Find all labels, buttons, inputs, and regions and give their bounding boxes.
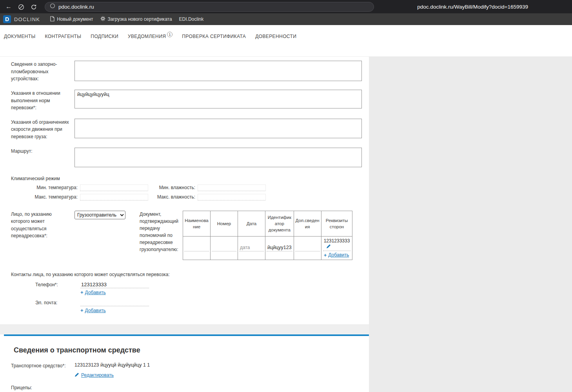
app-toolbar: D DOCLINK Новый документ Загрузка нового… — [0, 13, 572, 25]
doc-name-input[interactable] — [184, 244, 209, 251]
add-requisites-button[interactable]: + Добавить — [323, 251, 351, 258]
doc-identifier-input[interactable]: йцйцуу123 — [267, 244, 292, 251]
route-textarea[interactable] — [74, 148, 362, 167]
nav-item-documents[interactable]: ДОКУМЕНТЫ — [4, 34, 35, 39]
refresh-icon[interactable] — [30, 0, 38, 13]
column-header-identifier: Идентификатор документа — [265, 211, 294, 236]
add-phone-button[interactable]: + Добавить — [80, 290, 369, 295]
add-phone-label: Добавить — [85, 290, 106, 295]
sealing-devices-textarea[interactable] — [74, 61, 362, 81]
sealing-devices-label: Сведения о запорно-пломбировочных устрой… — [11, 61, 71, 83]
nav-item-contractors[interactable]: КОНТРАГЕНТЫ — [45, 34, 81, 39]
new-document-button[interactable]: Новый документ — [50, 16, 93, 23]
full-url-text: pdoc.doclink.ru/WayBill/Modify?docid=165… — [417, 4, 528, 10]
vehicle-label: Транспортное средство*: — [11, 362, 71, 369]
phone-label: Телефон*: — [35, 282, 76, 288]
edi-doclink-label: EDI.Doclink — [179, 16, 204, 22]
max-temperature-input[interactable] — [80, 194, 148, 201]
norms-instructions-label: Указания в отношении выполнения норм пер… — [11, 90, 71, 112]
speed-restrictions-label: Указания об ограничениях скорости движен… — [11, 119, 71, 141]
nav-item-notifications[interactable]: УВЕДОМЛЕНИЯ1 — [128, 34, 173, 40]
column-header-number: Номер — [211, 211, 238, 236]
add-email-label: Добавить — [85, 308, 106, 313]
transfer-document-label: Документ, подтверждающий передачу полном… — [140, 211, 180, 260]
edit-vehicle-label: Редактировать — [81, 372, 114, 378]
waybill-form: Сведения о запорно-пломбировочных устрой… — [0, 57, 369, 392]
pencil-icon — [74, 372, 79, 379]
site-permissions-icon[interactable] — [17, 0, 25, 13]
edi-doclink-link[interactable]: EDI.Doclink — [179, 16, 204, 22]
nav-item-powers-of-attorney[interactable]: ДОВЕРЕННОСТИ — [255, 34, 296, 39]
min-temperature-label: Мин. температура: — [11, 185, 78, 190]
doc-extra-info-input[interactable] — [295, 244, 320, 251]
notifications-count-badge: 1 — [167, 32, 173, 37]
climate-mode-title: Климатический режим — [11, 176, 369, 181]
email-label: Эл. почта: — [35, 300, 76, 306]
contacts-section-label: Контакты лица, по указанию которого може… — [11, 272, 369, 277]
section-separator — [0, 324, 369, 334]
phone-input[interactable] — [80, 281, 149, 288]
site-identity-icon — [50, 3, 55, 10]
add-email-button[interactable]: + Добавить — [80, 308, 369, 313]
nav-item-notifications-label: УВЕДОМЛЕНИЯ — [128, 34, 166, 39]
min-temperature-input[interactable] — [80, 184, 148, 191]
max-humidity-input[interactable] — [198, 194, 266, 201]
max-humidity-label: Макс. влажность: — [154, 194, 195, 200]
table-row: дата йцйцуу123 1231233333 — [183, 236, 352, 260]
doc-number-input[interactable] — [212, 244, 236, 251]
page-gutter — [369, 57, 572, 392]
trailers-label: Прицепы: — [11, 384, 71, 391]
plus-icon: + — [80, 308, 84, 313]
upload-certificate-button[interactable]: Загрузка нового сертификата — [100, 16, 172, 22]
upload-certificate-label: Загрузка нового сертификата — [108, 16, 172, 22]
document-icon — [50, 16, 54, 23]
vehicle-section-title: Сведения о транспортном средстве — [14, 346, 369, 354]
email-input[interactable] — [80, 299, 149, 306]
column-header-name: Наименование — [183, 211, 211, 236]
vehicle-value: 123123123 йцууцй йцуйуцйцу 1 1 — [74, 362, 150, 368]
gear-icon — [100, 16, 105, 22]
redirect-person-label: Лицо, по указанию которого может осущест… — [11, 211, 71, 260]
vehicle-info-panel: Сведения о транспортном средстве Транспо… — [0, 336, 369, 392]
plus-icon: + — [324, 253, 327, 258]
redirect-person-select[interactable]: Грузоотправитель — [74, 211, 125, 219]
nav-item-certificate-check[interactable]: ПРОВЕРКА СЕРТИФИКАТА — [182, 34, 246, 39]
address-bar[interactable]: pdoc.doclink.ru — [45, 2, 374, 12]
back-icon[interactable]: ← — [5, 0, 13, 13]
speed-restrictions-textarea[interactable] — [74, 119, 362, 138]
edit-vehicle-button[interactable]: Редактировать — [74, 372, 369, 379]
route-label: Маршрут: — [11, 148, 71, 169]
brand-name[interactable]: DOCLINK — [14, 16, 40, 22]
main-navigation: ДОКУМЕНТЫ КОНТРАГЕНТЫ ПОДПИСКИ УВЕДОМЛЕН… — [0, 25, 572, 57]
max-temperature-label: Макс. температура: — [11, 194, 78, 200]
url-text: pdoc.doclink.ru — [58, 4, 94, 10]
norms-instructions-textarea[interactable]: йцуйцуйцууйц — [74, 90, 362, 108]
column-header-requisites: Реквизиты сторон — [321, 211, 352, 236]
column-header-extra-info: Доп.сведения — [294, 211, 321, 236]
new-document-label: Новый документ — [57, 16, 93, 22]
browser-toolbar: ← pdoc.doclink.ru pdoc.doclink.ru/WayBil… — [0, 0, 572, 13]
min-humidity-label: Мин. влажность: — [154, 185, 195, 190]
plus-icon: + — [80, 290, 84, 295]
page-body: Сведения о запорно-пломбировочных устрой… — [0, 57, 572, 392]
column-header-date: Дата — [238, 211, 265, 236]
carriage-conditions-panel: Сведения о запорно-пломбировочных устрой… — [0, 57, 369, 324]
requisites-value: 1231233333 — [323, 238, 351, 244]
doc-date-input[interactable]: дата — [239, 244, 264, 251]
transfer-document-table: Наименование Номер Дата Идентификатор до… — [183, 211, 352, 260]
nav-item-subscriptions[interactable]: ПОДПИСКИ — [91, 34, 118, 39]
edit-requisites-icon[interactable] — [323, 244, 351, 251]
add-requisites-label: Добавить — [328, 252, 349, 258]
doclink-logo[interactable]: D — [3, 15, 11, 23]
min-humidity-input[interactable] — [198, 184, 266, 191]
